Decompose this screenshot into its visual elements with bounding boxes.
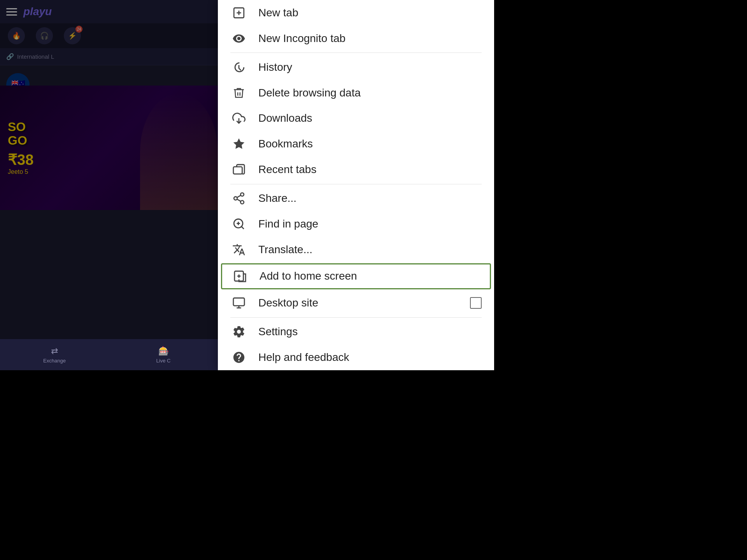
menu-label-add-to-home-screen: Add to home screen bbox=[260, 270, 480, 282]
help-icon bbox=[230, 349, 247, 366]
desktop-icon bbox=[230, 294, 247, 312]
menu-divider bbox=[230, 317, 482, 318]
menu-item-new-tab[interactable]: New tab bbox=[218, 0, 494, 26]
svg-point-5 bbox=[240, 193, 244, 196]
menu-item-downloads[interactable]: Downloads bbox=[218, 106, 494, 131]
menu-label-history: History bbox=[258, 61, 482, 74]
incognito-icon bbox=[230, 30, 247, 47]
exchange-icon: ⇄ bbox=[51, 346, 58, 356]
bottom-nav-exchange[interactable]: ⇄ Exchange bbox=[0, 346, 109, 364]
menu-item-history[interactable]: History bbox=[218, 54, 494, 80]
menu-item-help-and-feedback[interactable]: Help and feedback bbox=[218, 345, 494, 370]
find-icon bbox=[230, 215, 247, 233]
menu-item-delete-browsing-data[interactable]: Delete browsing data bbox=[218, 80, 494, 106]
svg-marker-3 bbox=[233, 138, 244, 149]
recent-tabs-icon bbox=[230, 161, 247, 178]
svg-point-6 bbox=[234, 197, 237, 200]
menu-item-recent-tabs[interactable]: Recent tabs bbox=[218, 157, 494, 182]
downloads-icon bbox=[230, 110, 247, 127]
menu-item-find-in-page[interactable]: Find in page bbox=[218, 211, 494, 237]
desktop-site-checkbox[interactable] bbox=[470, 297, 482, 309]
bottom-nav: ⇄ Exchange 🎰 Live C bbox=[0, 339, 218, 370]
menu-label-help-and-feedback: Help and feedback bbox=[258, 351, 482, 364]
settings-icon bbox=[230, 323, 247, 340]
svg-rect-4 bbox=[233, 167, 242, 174]
bookmarks-icon bbox=[230, 135, 247, 152]
svg-line-11 bbox=[242, 227, 244, 229]
menu-label-desktop-site: Desktop site bbox=[258, 297, 459, 309]
add-home-icon bbox=[231, 268, 249, 285]
menu-item-settings[interactable]: Settings bbox=[218, 319, 494, 345]
menu-label-new-incognito-tab: New Incognito tab bbox=[258, 32, 482, 45]
share-icon bbox=[230, 190, 247, 207]
translate-icon bbox=[230, 241, 247, 258]
menu-label-recent-tabs: Recent tabs bbox=[258, 163, 482, 176]
menu-label-new-tab: New tab bbox=[258, 7, 482, 19]
chrome-menu: New tabNew Incognito tabHistoryDelete br… bbox=[218, 0, 494, 370]
trash-icon bbox=[230, 84, 247, 102]
menu-item-share[interactable]: Share... bbox=[218, 186, 494, 211]
menu-label-share: Share... bbox=[258, 192, 482, 205]
exchange-label: Exchange bbox=[43, 358, 66, 364]
menu-item-bookmarks[interactable]: Bookmarks bbox=[218, 131, 494, 157]
menu-item-translate[interactable]: Translate... bbox=[218, 237, 494, 262]
menu-divider bbox=[230, 52, 482, 53]
menu-item-add-to-home-screen[interactable]: Add to home screen bbox=[221, 263, 491, 290]
svg-line-9 bbox=[237, 196, 241, 198]
menu-label-translate: Translate... bbox=[258, 243, 482, 256]
svg-rect-17 bbox=[233, 298, 244, 306]
live-icon: 🎰 bbox=[158, 346, 169, 356]
new-tab-icon bbox=[230, 4, 247, 21]
menu-label-find-in-page: Find in page bbox=[258, 218, 482, 230]
menu-label-settings: Settings bbox=[258, 326, 482, 338]
menu-label-downloads: Downloads bbox=[258, 112, 482, 124]
history-icon bbox=[230, 59, 247, 76]
menu-item-desktop-site[interactable]: Desktop site bbox=[218, 290, 494, 316]
menu-item-new-incognito-tab[interactable]: New Incognito tab bbox=[218, 26, 494, 51]
menu-label-bookmarks: Bookmarks bbox=[258, 138, 482, 150]
svg-line-8 bbox=[237, 199, 241, 201]
bottom-nav-live[interactable]: 🎰 Live C bbox=[109, 346, 218, 364]
menu-label-delete-browsing-data: Delete browsing data bbox=[258, 87, 482, 99]
svg-point-7 bbox=[240, 201, 244, 204]
live-label: Live C bbox=[156, 358, 171, 364]
menu-divider bbox=[230, 184, 482, 184]
